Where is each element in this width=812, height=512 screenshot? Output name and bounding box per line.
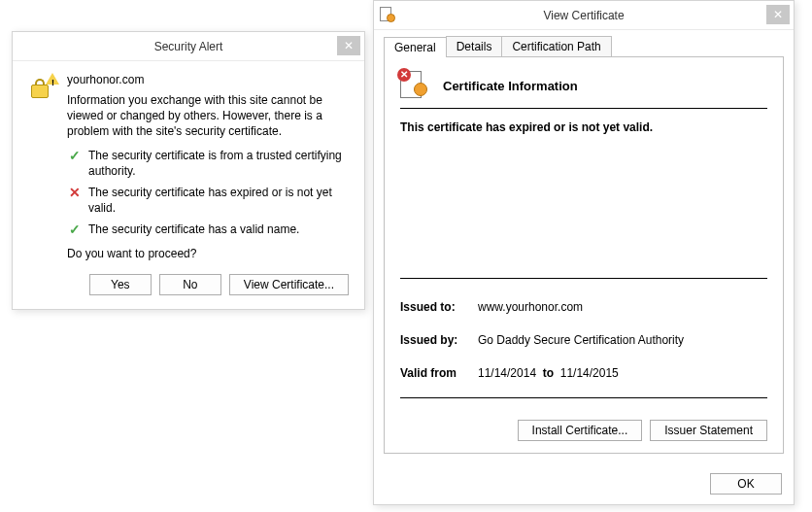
security-alert-title: Security Alert [154,40,223,53]
issued-by-row: Issued by: Go Daddy Secure Certification… [400,333,767,347]
lock-warning-icon: ! [28,73,59,260]
certificate-expired-message: This certificate has expired or is not y… [400,120,767,134]
certificate-inner-buttons: Install Certificate... Issuer Statement [400,420,767,441]
issued-to-row: Issued to: www.yourhonor.com [400,300,767,314]
certificate-information-label: Certificate Information [443,79,578,93]
tab-panel-general: ✕ Certificate Information This certifica… [384,56,784,454]
cross-icon: ✕ [67,184,83,202]
proceed-question: Do you want to proceed? [67,247,349,260]
certificate-tabs: General Details Certification Path [384,36,784,56]
checkmark-icon: ✓ [67,221,83,239]
security-alert-body: ! yourhonor.com Information you exchange… [13,61,364,274]
yes-button[interactable]: Yes [89,274,152,295]
no-button[interactable]: No [159,274,221,295]
close-icon[interactable]: ✕ [766,5,790,24]
check-text: The security certificate has a valid nam… [88,222,299,237]
certificate-body: General Details Certification Path ✕ Cer… [374,30,794,463]
close-icon[interactable]: ✕ [337,36,360,55]
tab-details[interactable]: Details [446,36,503,56]
check-row: ✓ The security certificate is from a tru… [67,148,349,179]
security-alert-titlebar: Security Alert ✕ [13,32,364,61]
check-text: The security certificate is from a trust… [88,148,349,179]
divider [400,278,767,279]
valid-from-row: Valid from 11/14/2014 to 11/14/2015 [400,366,767,380]
issued-to-label: Issued to: [400,300,478,314]
security-alert-content: yourhonor.com Information you exchange w… [67,73,349,260]
install-certificate-button[interactable]: Install Certificate... [518,420,643,441]
divider [400,108,767,109]
valid-dates: 11/14/2014 to 11/14/2015 [478,366,619,380]
certificate-titlebar: View Certificate ✕ [374,1,794,30]
certificate-header: ✕ Certificate Information [400,71,767,100]
view-certificate-button[interactable]: View Certificate... [229,274,349,295]
checkmark-icon: ✓ [67,147,83,165]
valid-from-label: Valid from [400,366,478,380]
issuer-statement-button[interactable]: Issuer Statement [650,420,767,441]
certificate-outer-buttons: OK [374,463,794,504]
alert-button-row: Yes No View Certificate... [13,274,364,309]
security-alert-dialog: Security Alert ✕ ! yourhonor.com Informa… [12,31,365,310]
valid-to-label: to [543,366,554,380]
certificate-title: View Certificate [543,9,624,22]
view-certificate-dialog: View Certificate ✕ General Details Certi… [373,0,795,505]
tab-general[interactable]: General [384,37,447,57]
tab-certification-path[interactable]: Certification Path [501,36,611,56]
issued-to-value: www.yourhonor.com [478,300,583,314]
check-row: ✓ The security certificate has a valid n… [67,222,349,239]
alert-domain: yourhonor.com [67,73,349,86]
check-row: ✕ The security certificate has expired o… [67,185,349,216]
divider [400,397,767,398]
valid-to-value: 11/14/2015 [560,366,619,380]
alert-info-text: Information you exchange with this site … [67,92,349,140]
issued-by-value: Go Daddy Secure Certification Authority [478,333,684,347]
issued-by-label: Issued by: [400,333,478,347]
certificate-spacer [400,134,767,270]
valid-from-value: 11/14/2014 [478,366,536,380]
certificate-window-icon [380,7,397,24]
check-text: The security certificate has expired or … [88,185,349,216]
certificate-error-icon: ✕ [400,71,433,100]
ok-button[interactable]: OK [710,473,782,495]
